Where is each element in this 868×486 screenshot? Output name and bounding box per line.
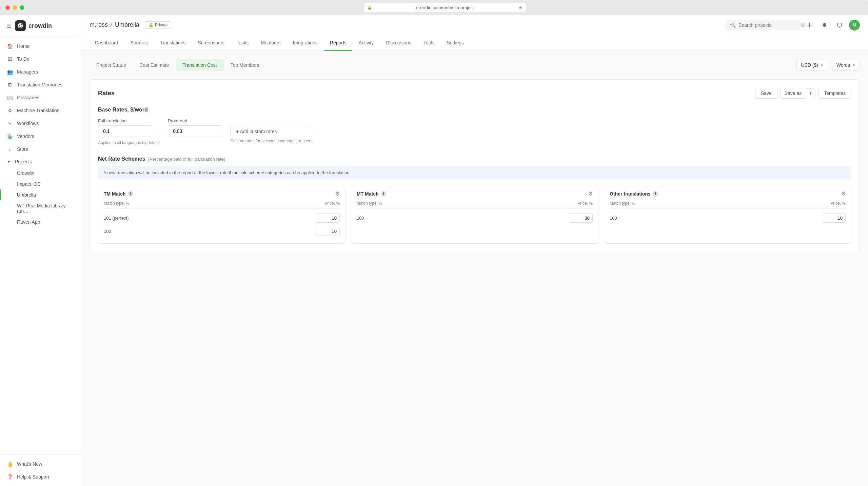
sub-tabs-filters: USD ($) ▼ Words ▼ xyxy=(796,60,860,70)
sidebar-bottom: 🔔 What's New ❓ Help & Support xyxy=(0,454,81,486)
svg-point-1 xyxy=(19,25,20,26)
unit-select[interactable]: Words ▼ xyxy=(832,60,860,70)
other-translations-settings-icon[interactable]: ⚙ xyxy=(841,190,846,197)
mt-match-info-icon[interactable]: ℹ xyxy=(381,191,386,197)
tm-match-settings-icon[interactable]: ⚙ xyxy=(335,190,340,197)
save-as-split-button: Save as ▼ xyxy=(780,88,815,99)
save-button[interactable]: Save xyxy=(755,88,777,99)
tm-match-title: TM Match ℹ xyxy=(104,191,133,197)
main-content: m.ross / Umbrella 🔒 Private 🔍 / xyxy=(81,15,868,486)
projects-section-toggle[interactable]: ▼ Projects xyxy=(0,156,81,168)
sidebar: ☰ crowdin 🏠 Home ☑ To Do xyxy=(0,15,81,486)
save-as-button[interactable]: Save as xyxy=(780,88,806,99)
other-translations-card: Other translations ℹ ⚙ Match type, % Pri… xyxy=(604,185,851,244)
tab-reports[interactable]: Reports xyxy=(324,35,352,51)
sub-tab-project-status[interactable]: Project Status xyxy=(90,59,133,71)
currency-select[interactable]: USD ($) ▼ xyxy=(796,60,828,70)
net-rate-subtitle: (Percentage paid of full translation rat… xyxy=(148,157,225,162)
mt-match-settings-icon[interactable]: ⚙ xyxy=(588,190,593,197)
address-bar: 🔒 crowdin.com/umbrella-project ★ xyxy=(363,3,526,12)
mt-match-card: MT Match ℹ ⚙ Match type, % Price, % 100 xyxy=(351,185,598,244)
user-avatar[interactable]: M xyxy=(849,20,860,31)
messages-button[interactable] xyxy=(834,20,845,31)
topbar-right: 🔍 / M xyxy=(726,20,860,31)
sidebar-project-umbrella[interactable]: Umbrella xyxy=(0,189,81,200)
search-input[interactable] xyxy=(738,22,798,28)
full-translation-input[interactable] xyxy=(98,125,152,137)
full-translation-label: Full translation xyxy=(98,118,160,123)
sidebar-item-label: What's New xyxy=(17,461,42,467)
sidebar-item-managers[interactable]: 👥 Managers xyxy=(0,65,81,78)
mt-match-row-0: 100 xyxy=(357,211,593,225)
mt-match-row-0-input[interactable] xyxy=(569,214,593,223)
unit-value: Words xyxy=(836,62,850,68)
maximize-button[interactable] xyxy=(20,5,24,10)
add-custom-rates-button[interactable]: + Add custom rates xyxy=(230,126,312,137)
other-translations-info-icon[interactable]: ℹ xyxy=(653,191,658,197)
tab-dashboard[interactable]: Dashboard xyxy=(90,35,124,51)
base-rates-title: Base Rates, $/word xyxy=(98,107,851,113)
tab-tasks[interactable]: Tasks xyxy=(231,35,254,51)
sidebar-item-todo[interactable]: ☑ To Do xyxy=(0,53,81,65)
sidebar-item-workflows[interactable]: ⤷ Workflows xyxy=(0,117,81,130)
tab-translations[interactable]: Translations xyxy=(155,35,191,51)
sidebar-item-label: Help & Support xyxy=(17,474,49,480)
sub-tab-translation-cost[interactable]: Translation Cost xyxy=(176,59,223,71)
sidebar-item-store[interactable]: ↓ Store xyxy=(0,143,81,156)
sidebar-item-label: Machine Translation xyxy=(17,108,59,113)
minimize-button[interactable] xyxy=(13,5,17,10)
net-rate-header: Net Rate Schemes (Percentage paid of ful… xyxy=(98,156,851,162)
sidebar-item-help-support[interactable]: ❓ Help & Support xyxy=(0,470,81,483)
sidebar-item-home[interactable]: 🏠 Home xyxy=(0,40,81,53)
tab-activity[interactable]: Activity xyxy=(353,35,379,51)
sidebar-item-machine-translation[interactable]: ⚙ Machine Translation xyxy=(0,104,81,117)
tm-match-columns: Match type, % Price, % xyxy=(104,200,340,209)
sidebar-item-label: Glossaries xyxy=(17,95,39,100)
sidebar-project-impact-ios[interactable]: Impact iOS xyxy=(0,179,81,189)
proofread-label: Proofread xyxy=(168,118,222,123)
sidebar-project-raven-app[interactable]: Raven App xyxy=(0,217,81,227)
chevron-down-icon: ▼ xyxy=(820,63,824,67)
brand-logo[interactable]: crowdin xyxy=(15,20,52,31)
sidebar-item-glossaries[interactable]: 📖 Glossaries xyxy=(0,91,81,104)
templates-button[interactable]: Templates xyxy=(818,88,851,99)
sidebar-item-translation-memories[interactable]: ⊞ Translation Memories xyxy=(0,78,81,91)
tab-screenshots[interactable]: Screenshots xyxy=(193,35,230,51)
sidebar-item-whats-new[interactable]: 🔔 What's New xyxy=(0,458,81,470)
window-chrome: 🔒 crowdin.com/umbrella-project ★ xyxy=(0,0,868,15)
tm-match-row-1-input[interactable] xyxy=(316,227,340,236)
full-translation-field: Full translation Applies to all language… xyxy=(98,118,160,145)
sidebar-project-wp-real-media[interactable]: WP Real Media Library (un… xyxy=(0,200,81,217)
tab-discussions[interactable]: Discussions xyxy=(380,35,417,51)
bookmark-icon[interactable]: ★ xyxy=(518,5,522,10)
other-translations-row-0-input[interactable] xyxy=(822,214,846,223)
tab-integrations[interactable]: Integrations xyxy=(288,35,323,51)
card-header: Rates Save Save as ▼ Templates xyxy=(98,88,851,99)
tab-members[interactable]: Members xyxy=(255,35,286,51)
custom-note: Custom rates for selected languages or u… xyxy=(230,139,312,143)
topbar: m.ross / Umbrella 🔒 Private 🔍 / xyxy=(81,15,868,35)
sub-tab-top-members[interactable]: Top Members xyxy=(224,59,266,71)
notifications-button[interactable] xyxy=(819,20,830,31)
tab-tools[interactable]: Tools xyxy=(418,35,440,51)
save-as-dropdown-button[interactable]: ▼ xyxy=(806,88,815,98)
tm-match-header: TM Match ℹ ⚙ xyxy=(104,190,340,197)
nav-tabs: Dashboard Sources Translations Screensho… xyxy=(81,35,868,51)
sub-tab-cost-estimate[interactable]: Cost Estimate xyxy=(133,59,176,71)
search-box[interactable]: 🔍 / xyxy=(726,20,800,30)
tab-settings[interactable]: Settings xyxy=(441,35,470,51)
currency-value: USD ($) xyxy=(801,62,818,68)
app-container: ☰ crowdin 🏠 Home ☑ To Do xyxy=(0,15,868,486)
proofread-input[interactable] xyxy=(168,125,222,137)
tab-sources[interactable]: Sources xyxy=(125,35,153,51)
tm-match-info-icon[interactable]: ℹ xyxy=(128,191,133,197)
add-button[interactable] xyxy=(804,20,815,31)
todo-icon: ☑ xyxy=(7,56,13,62)
add-custom-container: + Add custom rates Custom rates for sele… xyxy=(230,118,312,143)
sidebar-project-crowdin[interactable]: Crowdin xyxy=(0,168,81,179)
hamburger-icon[interactable]: ☰ xyxy=(7,23,12,29)
sidebar-item-vendors[interactable]: 🏪 Vendors xyxy=(0,130,81,143)
tm-match-row-0-input[interactable] xyxy=(316,214,340,223)
net-rate-title: Net Rate Schemes xyxy=(98,156,145,162)
close-button[interactable] xyxy=(5,5,10,10)
